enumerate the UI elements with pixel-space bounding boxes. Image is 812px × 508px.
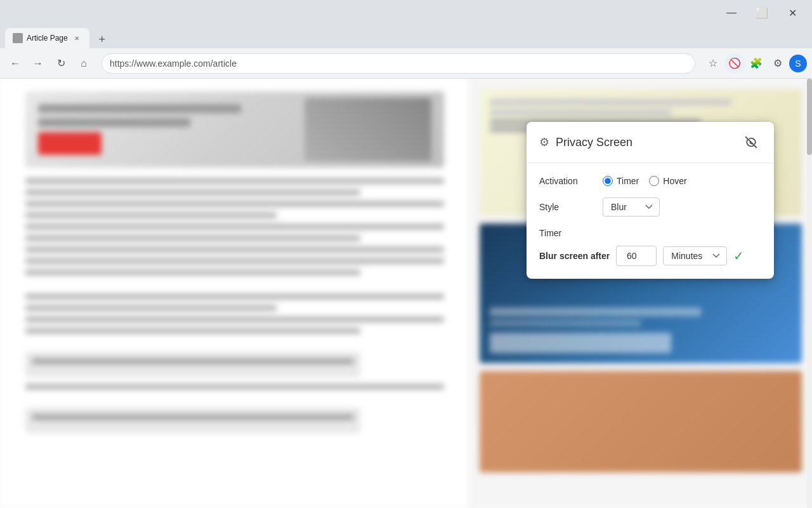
- close-button[interactable]: ✕: [778, 3, 807, 23]
- activation-controls: Timer Hover: [603, 176, 687, 186]
- extensions-button[interactable]: 🧩: [746, 53, 766, 74]
- style-label: Style: [539, 202, 603, 212]
- content-line: [25, 224, 444, 230]
- blur-prefix: Blur: [539, 251, 557, 261]
- activation-row: Activation Timer Hover: [539, 176, 761, 186]
- content-line: [25, 189, 360, 196]
- gear-icon: ⚙: [539, 135, 549, 149]
- browser-frame: — ⬜ ✕ Article Page ✕ + ← → ↻ ⌂ https://w…: [0, 0, 812, 508]
- maximize-button[interactable]: ⬜: [747, 3, 776, 23]
- content-line: [25, 235, 360, 241]
- blur-suffix: screen after: [560, 251, 610, 261]
- timer-radio-input[interactable]: [603, 176, 613, 186]
- content-line: [25, 328, 360, 334]
- content-line: [25, 316, 444, 323]
- popup-close-button[interactable]: [741, 132, 761, 152]
- tabs-bar: Article Page ✕ +: [0, 25, 812, 48]
- settings-button[interactable]: ⚙: [768, 53, 788, 74]
- back-button[interactable]: ←: [5, 53, 25, 74]
- privacy-screen-extension-icon[interactable]: 🚫: [724, 53, 745, 74]
- refresh-button[interactable]: ↻: [51, 53, 71, 74]
- style-controls: Blur Dark Light: [603, 197, 660, 217]
- content-line: [25, 212, 277, 218]
- content-line: [25, 269, 360, 276]
- timer-value-input[interactable]: [616, 246, 657, 266]
- content-line: [25, 305, 277, 311]
- style-select[interactable]: Blur Dark Light: [603, 197, 660, 217]
- timer-radio-option[interactable]: Timer: [603, 176, 639, 186]
- home-button[interactable]: ⌂: [74, 53, 94, 74]
- hover-radio-option[interactable]: Hover: [649, 176, 686, 186]
- main-content-blurred: [0, 79, 469, 508]
- timer-radio-label: Timer: [617, 176, 639, 186]
- banner-line-2: [38, 118, 190, 127]
- banner-ad: [25, 91, 444, 168]
- scrollbar[interactable]: [807, 79, 812, 508]
- banner-cta-button: [38, 132, 102, 155]
- hover-radio-label: Hover: [663, 176, 686, 186]
- sidebar-image-3: [480, 371, 802, 472]
- content-line: [25, 201, 444, 207]
- banner-image: [304, 98, 431, 161]
- timer-section-label: Timer: [539, 228, 761, 238]
- privacy-screen-popup: ⚙ Privacy Screen Activation: [527, 122, 774, 279]
- timer-row: Blur screen after Minutes Seconds Hours …: [539, 246, 761, 266]
- content-line: [32, 414, 354, 420]
- toolbar: ← → ↻ ⌂ https://www.example.com/article …: [0, 48, 812, 79]
- banner-line-1: [38, 104, 241, 113]
- content-line: [25, 384, 444, 390]
- tab-title: Article Page: [27, 34, 68, 43]
- content-line: [25, 258, 444, 264]
- scrollbar-thumb[interactable]: [807, 79, 812, 155]
- popup-body: Activation Timer Hover Style: [527, 163, 774, 279]
- page-content: ⚙ Privacy Screen Activation: [0, 79, 812, 508]
- profile-avatar[interactable]: S: [789, 55, 807, 72]
- tab-close-button[interactable]: ✕: [72, 33, 82, 43]
- popup-title-area: ⚙ Privacy Screen: [539, 135, 632, 149]
- timer-unit-select[interactable]: Minutes Seconds Hours: [663, 246, 727, 265]
- hover-radio-input[interactable]: [649, 176, 659, 186]
- popup-header: ⚙ Privacy Screen: [527, 122, 774, 163]
- style-row: Style Blur Dark Light: [539, 197, 761, 217]
- address-bar[interactable]: https://www.example.com/article: [102, 53, 695, 74]
- banner-text: [38, 104, 292, 155]
- title-bar: — ⬜ ✕: [0, 0, 812, 25]
- content-line: [32, 358, 354, 364]
- eye-slash-icon: 🚫: [728, 57, 741, 69]
- new-tab-button[interactable]: +: [93, 30, 111, 48]
- content-line: [25, 178, 444, 184]
- tab-favicon: [13, 33, 23, 43]
- active-tab[interactable]: Article Page ✕: [5, 28, 89, 48]
- extension-area: ☆ 🚫 🧩 ⚙ S: [703, 53, 807, 74]
- content-line: [25, 246, 444, 253]
- check-icon: ✓: [733, 248, 744, 264]
- timer-section: Timer Blur screen after Minutes Seconds …: [539, 228, 761, 266]
- popup-title: Privacy Screen: [556, 136, 632, 149]
- forward-button[interactable]: →: [28, 53, 48, 74]
- content-line: [25, 293, 444, 300]
- minimize-button[interactable]: —: [717, 3, 746, 23]
- bookmark-button[interactable]: ☆: [703, 53, 723, 74]
- activation-label: Activation: [539, 176, 603, 186]
- blur-screen-after-label: Blur screen after: [539, 251, 610, 261]
- eye-slash-icon: [744, 135, 758, 149]
